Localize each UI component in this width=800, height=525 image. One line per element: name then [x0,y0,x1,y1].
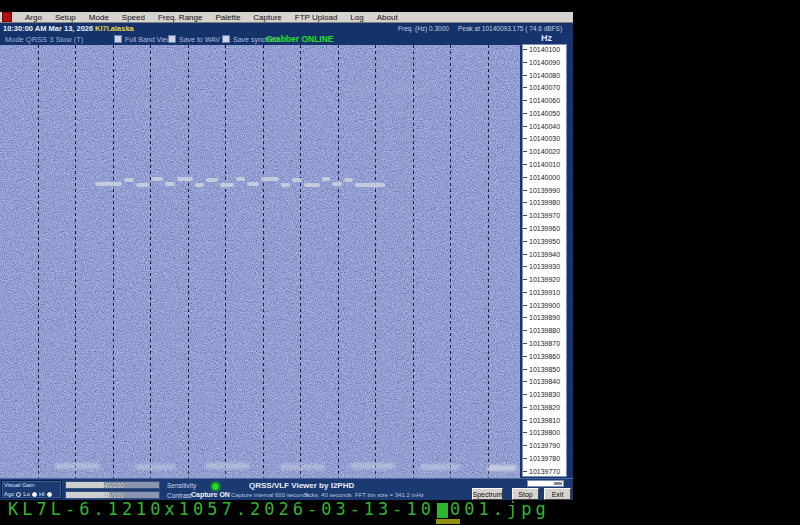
gain-slider[interactable]: 45/100 [65,491,160,499]
time-gridline [300,45,301,478]
lo-label: Lo [23,491,30,497]
frequency-row: 10140090 [523,59,566,66]
checkbox-group[interactable]: Full Band View [114,35,172,43]
signal-blob [205,463,250,469]
frequency-row: 10139820 [523,404,566,411]
frequency-label: 10140080 [529,72,560,79]
menu-item[interactable]: Argo [25,13,42,22]
time-gridline [188,45,189,478]
slider-fill [66,482,104,488]
tick-mark [523,49,527,50]
menu-item[interactable]: Mode [89,13,109,22]
tick-mark [523,305,527,306]
frequency-row: 10139830 [523,391,566,398]
qrss-signal-segment [304,183,320,187]
frequency-label: 10139990 [529,187,560,194]
frequency-label: 10139910 [529,289,560,296]
menu-item[interactable]: Freq. Range [158,13,202,22]
qrss-signal-segment [261,177,279,181]
qrss-signal-segment [355,183,385,187]
tick-mark [523,407,527,408]
tick-mark [523,471,527,472]
frequency-label: 10139890 [529,314,560,321]
frequency-row: 10140030 [523,135,566,142]
frequency-row: 10139880 [523,327,566,334]
filename-prefix: KL7L-6.1210x1057.2026-03-13-10 [8,499,435,519]
menu-item[interactable]: Setup [55,13,76,22]
faint-signal-streak [120,101,180,105]
frequency-label: 10139840 [529,378,560,385]
sensitivity-label: Sensitivity [167,482,196,489]
frequency-label: 10139940 [529,251,560,258]
frequency-label: 10140020 [529,148,560,155]
frequency-label: 10140060 [529,97,560,104]
frequency-row: 10140100 [523,46,566,53]
visual-gain-label: Visual Gain [4,482,35,488]
menu-item[interactable]: Palette [215,13,240,22]
mini-scrollbar[interactable] [527,480,564,487]
screen: Argo Setup Mode Speed Freq. Range Palett… [0,0,800,525]
tick-mark [523,151,527,152]
gain-slider[interactable]: 40/100 [65,481,160,489]
app-icon [2,12,12,22]
frequency-row: 10139780 [523,455,566,462]
checkbox[interactable] [114,35,122,43]
qrss-signal-segment [206,178,218,182]
menu-item[interactable]: About [377,13,398,22]
frequency-label: 10140040 [529,123,560,130]
scale-unit-label: Hz [520,33,573,43]
tick-mark [523,177,527,178]
filename-suffix: 001.jpg [450,499,550,519]
frequency-label: 10139780 [529,455,560,462]
scrollbar-thumb[interactable] [554,482,562,485]
contrast-label: Contrast [167,492,192,499]
frequency-label: 10139810 [529,417,560,424]
frequency-label: 10140030 [529,135,560,142]
tick-mark [523,241,527,242]
hi-label: Hi [39,491,45,497]
frequency-label: 10139850 [529,366,560,373]
frequency-row: 10140080 [523,72,566,79]
qrss-signal-segment [124,178,134,182]
menu-item[interactable]: Speed [122,13,145,22]
waterfall-spectrogram[interactable] [0,45,520,478]
faint-signal-streak [340,87,430,91]
frequency-row: 10140050 [523,110,566,117]
frequency-row: 10140070 [523,84,566,91]
frequency-label: 10139970 [529,212,560,219]
qrss-signal-segment [344,178,353,182]
qrss-signal-segment [136,183,149,187]
checkbox[interactable] [168,35,176,43]
frequency-row: 10139890 [523,314,566,321]
tick-mark [523,254,527,255]
menu-bar: Argo Setup Mode Speed Freq. Range Palett… [0,12,573,23]
menu-item[interactable]: Capture [253,13,281,22]
frequency-label: 10139870 [529,340,560,347]
capture-interval-text: Capture interval 600 seconds [231,492,309,498]
qrss-signal-segment [332,182,342,186]
hi-radio[interactable] [47,492,52,497]
frequency-label: 10140010 [529,161,560,168]
time-gridline [113,45,114,478]
frequency-row: 10139950 [523,238,566,245]
tick-mark [523,279,527,280]
checkbox-label: Full Band View [125,36,172,43]
time-gridline [150,45,151,478]
qrss-signal-segment [165,182,175,186]
lo-radio[interactable] [32,492,37,497]
frequency-label: 10140000 [529,174,560,181]
signal-blob [487,465,517,471]
frequency-row: 10140020 [523,148,566,155]
qrss-signal-segment [195,183,204,187]
frequency-label: 10139770 [529,468,560,475]
menu-item[interactable]: FTP Upload [295,13,338,22]
checkbox[interactable] [222,35,230,43]
agc-radio[interactable] [16,492,21,497]
menu-item[interactable]: Log [350,13,363,22]
frequency-scale: Hz 10140100 10140090 10140080 [520,33,573,478]
clock-text: 10:30:00 AM Mar 13, 2026 [3,24,93,33]
qrss-signal-segment [95,182,122,186]
frequency-row: 10139970 [523,212,566,219]
tick-mark [523,292,527,293]
mode-bar: Mode QRSS 3 Slow (T) Full Band View Save… [0,33,573,45]
